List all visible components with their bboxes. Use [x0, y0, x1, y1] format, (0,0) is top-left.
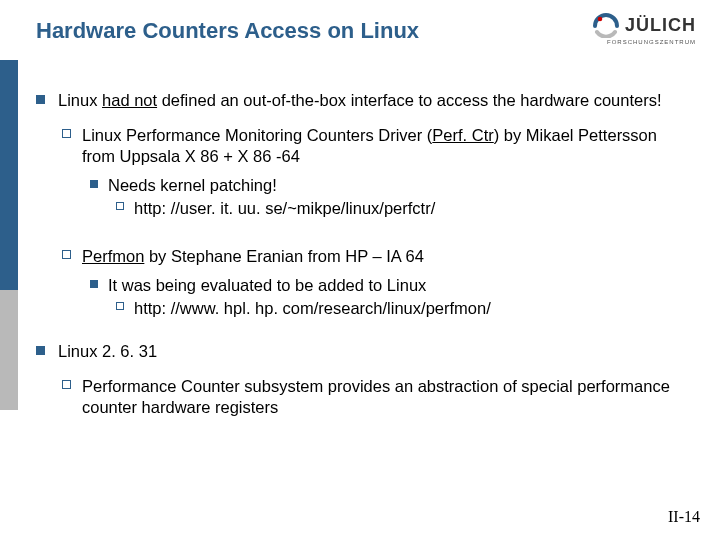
page-number: II-14: [668, 508, 700, 526]
bullet-main-2: Linux 2. 6. 31: [58, 341, 686, 362]
text: Performance Monitoring Counters Driver (: [121, 126, 432, 144]
sidebar-accent-bottom: [0, 290, 18, 410]
sub-perfctr-url: http: //user. it. uu. se/~mikpe/linux/pe…: [134, 198, 686, 219]
sub-perfmon-eval: It was being evaluated to be added to Li…: [108, 275, 686, 296]
text: Linux: [58, 91, 102, 109]
logo-subtext: FORSCHUNGSZENTRUM: [593, 39, 696, 45]
bullet-main-1: Linux had not defined an out-of-the-box …: [58, 90, 686, 111]
slide-title: Hardware Counters Access on Linux: [36, 18, 419, 44]
text-underline: had not: [102, 91, 157, 109]
sub-perfctr: Linux Performance Monitoring Counters Dr…: [82, 125, 686, 167]
pagenum-roman: II: [668, 508, 679, 525]
url-text: http: //www. hpl. hp. com/research/linux…: [134, 299, 491, 317]
text: defined an out-of-the-box interface to a…: [157, 91, 661, 109]
text: Needs kernel patching!: [108, 176, 277, 194]
url-text: http: //user. it. uu. se/~mikpe/linux/pe…: [134, 199, 435, 217]
julich-logo-icon: [593, 12, 619, 38]
text-underline: Perfmon: [82, 247, 144, 265]
text: Linux 2. 6. 31: [58, 342, 157, 360]
sub-kernel231: Performance Counter subsystem provides a…: [82, 376, 686, 418]
logo-text: JÜLICH: [625, 15, 696, 36]
text-underline: Perf. Ctr: [432, 126, 493, 144]
sub-perfctr-need: Needs kernel patching!: [108, 175, 686, 196]
svg-point-0: [598, 17, 603, 22]
text: It was being evaluated to be added to Li…: [108, 276, 426, 294]
slide-content: Linux had not defined an out-of-the-box …: [36, 84, 686, 426]
text: by Stephane Eranian from HP – IA 64: [144, 247, 423, 265]
text: Linux: [82, 126, 121, 144]
pagenum-rest: -14: [679, 508, 700, 525]
logo: JÜLICH FORSCHUNGSZENTRUM: [593, 12, 696, 45]
sidebar-accent-top: [0, 60, 18, 290]
sub-perfmon: Perfmon by Stephane Eranian from HP – IA…: [82, 246, 686, 267]
text: Performance: [82, 377, 176, 395]
sub-perfmon-url: http: //www. hpl. hp. com/research/linux…: [134, 298, 686, 319]
slide: Hardware Counters Access on Linux JÜLICH…: [0, 0, 720, 540]
